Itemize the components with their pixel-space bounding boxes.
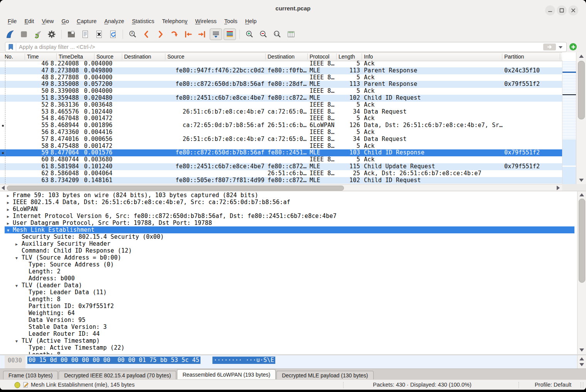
detail-line[interactable]: ▸Internet Protocol Version 6, Src: fe80:… [0, 213, 577, 219]
byte-tab-0[interactable]: Frame (103 bytes) [3, 371, 58, 380]
packet-row-60[interactable]: 608.4807440.003680IEEE 8…5Ack [0, 156, 562, 163]
collapse-arrow-icon[interactable]: ▾ [15, 282, 18, 289]
titlebar[interactable]: current.pcap [0, 0, 586, 17]
collapse-arrow-icon[interactable]: ▾ [15, 338, 18, 345]
column-header-protocol[interactable]: Protocol [310, 54, 329, 60]
menu-edit[interactable]: Edit [20, 17, 38, 27]
first-packet-button[interactable] [182, 28, 194, 40]
detail-line[interactable]: ▸6LoWPAN [0, 206, 577, 213]
hex-offset[interactable]: 0030 [8, 357, 22, 364]
capture-comment-icon[interactable] [22, 382, 29, 389]
menu-telephony[interactable]: Telephony [158, 17, 191, 27]
packet-row-63[interactable]: 638.7342090.148161fe80::505e:f807:7f81:4… [0, 177, 562, 184]
collapse-arrow-icon[interactable]: ▾ [15, 255, 18, 261]
packet-row-53[interactable]: 538.4655760.10244026:51:c6:b7:e8:ce:4b:e… [0, 109, 562, 116]
last-packet-button[interactable] [196, 28, 208, 40]
scroll-down-arrow-icon[interactable] [579, 363, 584, 366]
column-header-source[interactable]: Source [96, 54, 113, 60]
column-separator[interactable] [122, 54, 122, 60]
collapse-arrow-icon[interactable]: ▾ [7, 227, 9, 234]
intelligent-scrollbar-minimap[interactable] [562, 60, 576, 184]
menu-go[interactable]: Go [58, 17, 73, 27]
auto-scroll-button[interactable] [210, 28, 222, 40]
restart-capture-button[interactable] [32, 28, 44, 40]
bytes-vertical-scrollbar[interactable] [577, 355, 586, 369]
column-separator[interactable] [560, 54, 560, 60]
packet-row-58[interactable]: 588.4754880.001472IEEE 8…5Ack [0, 143, 562, 150]
scroll-right-arrow-icon[interactable] [557, 186, 560, 190]
column-header-no[interactable]: No. [5, 54, 13, 60]
column-header-source[interactable]: Source [167, 54, 184, 60]
detail-line[interactable]: Length: 2 [0, 268, 577, 275]
packet-row-48[interactable]: 488.2778080.004000IEEE 8…5Ack [0, 74, 562, 81]
packet-row-55[interactable]: 558.4689440.001896ca:72:65:0d:b7:b8:56:a… [0, 122, 562, 129]
add-filter-button[interactable] [569, 43, 577, 50]
detail-line[interactable]: Stable Data Version: 3 [0, 323, 577, 330]
detail-line[interactable]: Leader Router ID: 44 [0, 330, 577, 337]
detail-line[interactable]: Type: Leader Data (11) [0, 289, 577, 296]
close-file-button[interactable] [93, 28, 105, 40]
packet-row-52[interactable]: 528.3631360.003648IEEE 8…5Ack [0, 102, 562, 109]
packet-row-47[interactable]: 478.2738080.049800fe80::947f:f476:22bc:c… [0, 67, 562, 74]
packet-row-61[interactable]: 618.5819840.101240fe80::2451:c6b7:e8ce:4… [0, 163, 562, 170]
close-button[interactable] [568, 5, 578, 15]
scroll-up-arrow-icon[interactable] [579, 55, 584, 58]
menu-tools[interactable]: Tools [221, 17, 241, 27]
capture-options-button[interactable] [45, 28, 58, 40]
packet-row-59[interactable]: 598.4770640.001576fe80::c872:650d:b7b8:5… [0, 149, 562, 156]
filter-bookmark-icon[interactable] [7, 44, 14, 50]
column-separator[interactable] [94, 54, 94, 60]
packet-list-vertical-scrollbar[interactable] [576, 52, 586, 184]
expand-arrow-icon[interactable]: ▸ [7, 206, 9, 213]
resize-grip[interactable] [581, 382, 581, 388]
detail-line[interactable]: Partition ID: 0x79f551f2 [0, 303, 577, 310]
column-separator[interactable] [307, 54, 308, 60]
packet-list-horizontal-scrollbar[interactable] [0, 184, 562, 191]
expand-arrow-icon[interactable]: ▸ [7, 192, 9, 199]
packet-row-46[interactable]: 468.2240080.004000IEEE 8…5Ack [0, 60, 562, 67]
detail-line[interactable]: Type: Source Address (0) [0, 261, 577, 268]
scroll-down-arrow-icon[interactable] [579, 179, 584, 182]
column-separator[interactable] [336, 54, 337, 60]
scroll-up-arrow-icon[interactable] [579, 357, 584, 360]
horizontal-scrollbar-thumb[interactable] [7, 186, 344, 191]
detail-line[interactable]: ▾TLV (Active Timestamp) [0, 337, 577, 344]
details-vertical-scrollbar[interactable] [577, 191, 586, 354]
go-forward-button[interactable] [154, 28, 167, 40]
packet-row-57[interactable]: 578.4740160.00065626:51:c6:b7:e8:ce:4b:e… [0, 136, 562, 143]
go-back-button[interactable] [140, 28, 153, 40]
packet-list-scrollbar-thumb[interactable] [578, 61, 585, 119]
detail-line[interactable]: Command: Child ID Response (12) [0, 247, 577, 254]
status-profile[interactable]: Profile: Default [535, 382, 571, 388]
resize-grip[interactable] [583, 382, 583, 388]
scroll-left-arrow-icon[interactable] [2, 186, 5, 190]
menu-statistics[interactable]: Statistics [128, 17, 158, 27]
maximize-button[interactable] [557, 5, 567, 15]
details-scrollbar-thumb[interactable] [579, 199, 585, 283]
find-packet-button[interactable]: A [126, 28, 139, 40]
expert-info-icon[interactable] [14, 382, 21, 389]
column-header-info[interactable]: Info [364, 54, 373, 60]
expand-arrow-icon[interactable]: ▸ [7, 220, 9, 227]
menu-analyze[interactable]: Analyze [101, 17, 128, 27]
minimize-button[interactable] [545, 5, 555, 15]
column-header-destination[interactable]: Destination [268, 54, 295, 60]
packet-row-51[interactable]: 518.3594880.020480fe80::2451:c6b7:e8ce:4… [0, 95, 562, 102]
detail-line[interactable]: ▸Auxiliary Security Header [0, 240, 577, 247]
menu-view[interactable]: View [38, 17, 57, 27]
column-header-partition[interactable]: Partition [504, 54, 524, 60]
detail-line[interactable]: Address: b000 [0, 275, 577, 282]
menu-help[interactable]: Help [241, 17, 261, 27]
packet-row-56[interactable]: 568.4733600.004416IEEE 8…5Ack [0, 129, 562, 136]
byte-tab-1[interactable]: Decrypted IEEE 802.15.4 payload (70 byte… [59, 371, 176, 380]
detail-line[interactable]: ▸User Datagram Protocol, Src Port: 19788… [0, 219, 577, 226]
hex-bytes-selected[interactable]: 00 15 0d 00 00 00 00 00 00 00 01 75 bb 5… [27, 357, 200, 364]
resize-columns-button[interactable] [285, 28, 297, 40]
detail-line[interactable]: ▾TLV (Source Address = b0:00) [0, 254, 577, 261]
column-header-timedelta[interactable]: TimeDelta [59, 54, 83, 60]
byte-tab-3[interactable]: Decrypted MLE payload (130 bytes) [276, 371, 373, 380]
byte-tab-2[interactable]: Reassembled 6LoWPAN (193 bytes) [177, 369, 276, 380]
zoom-in-button[interactable] [243, 28, 256, 40]
column-separator[interactable] [25, 54, 25, 60]
scroll-down-arrow-icon[interactable] [579, 348, 584, 352]
